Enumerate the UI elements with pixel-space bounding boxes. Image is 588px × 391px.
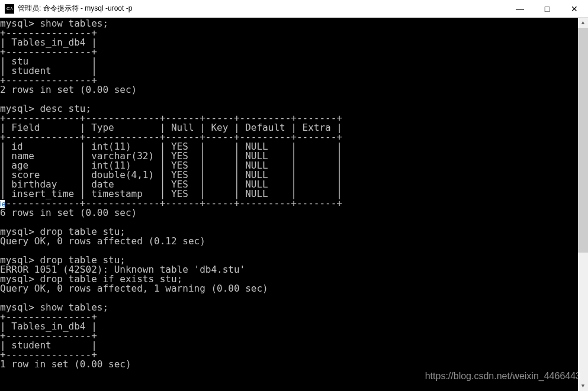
scrollbar-thumb[interactable]: [578, 28, 588, 253]
terminal-output[interactable]: mysql> show tables; +---------------+ | …: [0, 18, 578, 391]
close-button[interactable]: ✕: [561, 0, 588, 18]
window-title: 管理员: 命令提示符 - mysql -uroot -p: [18, 4, 132, 14]
scrollbar[interactable]: ▲ ▼: [578, 18, 588, 391]
app-icon-text: C:\: [7, 6, 12, 11]
window-controls: — □ ✕: [506, 0, 588, 18]
app-icon: C:\: [5, 4, 14, 14]
left-edge-fragment: le: [0, 200, 5, 208]
minimize-button[interactable]: —: [506, 0, 534, 18]
scroll-up-button[interactable]: ▲: [578, 18, 588, 28]
terminal-wrapper: mysql> show tables; +---------------+ | …: [0, 18, 588, 391]
titlebar[interactable]: C:\ 管理员: 命令提示符 - mysql -uroot -p — □ ✕: [0, 0, 588, 18]
command-prompt-window: C:\ 管理员: 命令提示符 - mysql -uroot -p — □ ✕ m…: [0, 0, 588, 391]
maximize-button[interactable]: □: [534, 0, 561, 18]
scroll-down-button[interactable]: ▼: [578, 381, 588, 391]
